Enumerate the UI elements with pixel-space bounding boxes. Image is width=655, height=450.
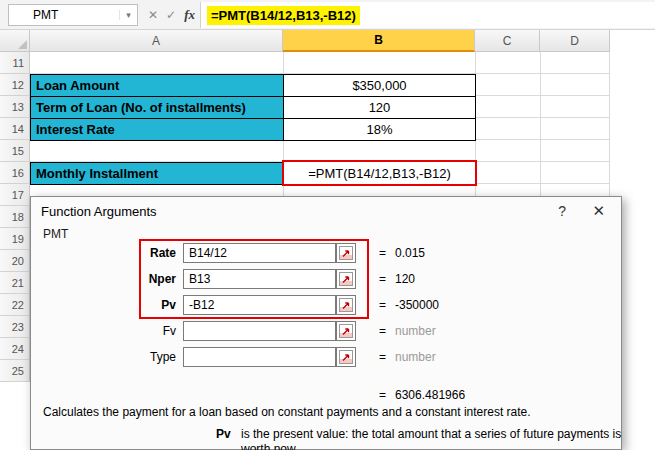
collapse-dialog-icon[interactable] [336, 347, 356, 367]
cell-a12[interactable]: Loan Amount [30, 74, 284, 97]
equals-sign: = [379, 295, 386, 315]
nper-input[interactable] [183, 269, 336, 289]
fv-result: number [395, 321, 436, 341]
rate-input[interactable] [183, 243, 336, 263]
select-all-corner[interactable] [0, 30, 30, 52]
enter-icon[interactable]: ✓ [166, 8, 176, 22]
argument-help-text: is the present value: the total amount t… [241, 427, 636, 450]
name-box-value: PMT [9, 8, 119, 22]
excel-window: PMT ▾ ✕ ✓ fx =PMT(B14/12,B13,-B12) A B C… [0, 0, 655, 450]
nper-field-row: Nper = 120 [31, 269, 621, 289]
row-header-11[interactable]: 11 [0, 52, 30, 74]
fv-input[interactable] [183, 321, 336, 341]
row-header-24[interactable]: 24 [0, 338, 30, 360]
cell-b14[interactable]: 18% [283, 118, 476, 141]
formula-input[interactable]: =PMT(B14/12,B13,-B12) [200, 2, 655, 28]
pv-label: Pv [91, 295, 176, 315]
row-header-23[interactable]: 23 [0, 316, 30, 338]
row-header-14[interactable]: 14 [0, 118, 30, 140]
collapse-dialog-icon[interactable] [336, 269, 356, 289]
rate-field-row: Rate = 0.015 [31, 243, 621, 263]
equals-sign: = [379, 321, 386, 341]
pv-result: -350000 [395, 295, 439, 315]
collapse-dialog-icon[interactable] [336, 243, 356, 263]
rate-result: 0.015 [395, 243, 425, 263]
insert-function-icon[interactable]: fx [184, 7, 195, 23]
formula-result-value: 6306.481966 [395, 385, 465, 405]
fv-field-row: Fv = number [31, 321, 621, 341]
column-header-d[interactable]: D [540, 30, 610, 52]
row-header-12[interactable]: 12 [0, 74, 30, 96]
function-name-label: PMT [43, 227, 68, 241]
row-header-15[interactable]: 15 [0, 140, 30, 162]
row-headers: 11 12 13 14 15 16 17 18 19 20 21 22 23 2… [0, 52, 30, 382]
pv-input[interactable] [183, 295, 336, 315]
name-box[interactable]: PMT ▾ [8, 4, 138, 26]
formula-bar-buttons: ✕ ✓ fx [142, 4, 201, 26]
fv-label: Fv [91, 321, 176, 341]
dialog-help-button[interactable]: ? [558, 203, 566, 219]
equals-sign: = [379, 347, 386, 367]
dialog-titlebar[interactable]: Function Arguments ? ✕ [31, 197, 621, 225]
rate-label: Rate [91, 243, 176, 263]
formula-text: =PMT(B14/12,B13,-B12) [207, 6, 360, 25]
cell-b13[interactable]: 120 [283, 96, 476, 119]
formula-result-row: = 6306.481966 [31, 385, 621, 405]
row-header-20[interactable]: 20 [0, 250, 30, 272]
select-all-triangle-icon [18, 40, 27, 49]
row-header-17[interactable]: 17 [0, 184, 30, 206]
type-field-row: Type = number [31, 347, 621, 367]
collapse-dialog-icon[interactable] [336, 295, 356, 315]
pv-field-row: Pv = -350000 [31, 295, 621, 315]
row-header-22[interactable]: 22 [0, 294, 30, 316]
column-header-a[interactable]: A [30, 30, 283, 52]
function-description: Calculates the payment for a loan based … [43, 405, 609, 419]
type-result: number [395, 347, 436, 367]
equals-sign: = [379, 269, 386, 289]
equals-sign: = [379, 385, 386, 405]
cell-a16[interactable]: Monthly Installment [30, 162, 284, 185]
name-box-dropdown-icon[interactable]: ▾ [119, 10, 137, 20]
type-label: Type [91, 347, 176, 367]
row-header-21[interactable]: 21 [0, 272, 30, 294]
formula-bar: PMT ▾ ✕ ✓ fx =PMT(B14/12,B13,-B12) [0, 0, 655, 30]
nper-result: 120 [395, 269, 415, 289]
cell-a14[interactable]: Interest Rate [30, 118, 284, 141]
function-arguments-dialog: Function Arguments ? ✕ PMT Rate = 0.015 … [30, 196, 622, 450]
cell-a13[interactable]: Term of Loan (No. of installments) [30, 96, 284, 119]
row-header-25[interactable]: 25 [0, 360, 30, 382]
collapse-dialog-icon[interactable] [336, 321, 356, 341]
nper-label: Nper [91, 269, 176, 289]
dialog-close-icon[interactable]: ✕ [592, 202, 605, 220]
cell-b16-active[interactable]: =PMT(B14/12,B13,-B12) [282, 160, 477, 186]
column-header-b[interactable]: B [283, 30, 475, 52]
equals-sign: = [379, 243, 386, 263]
row-header-18[interactable]: 18 [0, 206, 30, 228]
column-header-c[interactable]: C [475, 30, 540, 52]
row-header-16[interactable]: 16 [0, 162, 30, 184]
dialog-title: Function Arguments [41, 204, 157, 219]
type-input[interactable] [183, 347, 336, 367]
row-header-19[interactable]: 19 [0, 228, 30, 250]
cancel-icon[interactable]: ✕ [148, 8, 158, 22]
argument-name-label: Pv [216, 427, 231, 441]
cell-b12[interactable]: $350,000 [283, 74, 476, 97]
column-headers: A B C D [0, 30, 610, 52]
row-header-13[interactable]: 13 [0, 96, 30, 118]
